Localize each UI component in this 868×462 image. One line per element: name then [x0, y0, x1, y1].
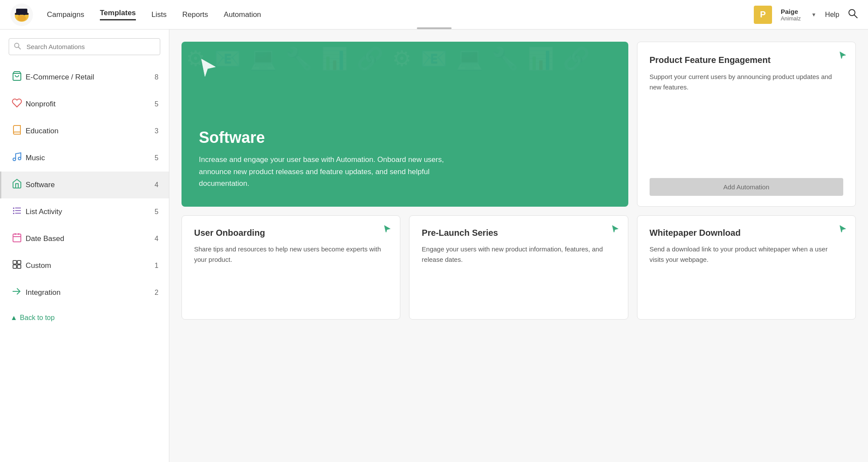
- back-to-top-label: Back to top: [20, 314, 55, 322]
- main-content: ⚙ 📧 💻 🔧 📊 🔗 ⚙ 📧 💻 🔧 📊 🔗: [169, 30, 868, 462]
- sidebar-item-list-activity[interactable]: List Activity 5: [0, 198, 169, 225]
- card-cursor-icon-prelaunch: [611, 224, 619, 234]
- ecommerce-icon: [12, 71, 26, 84]
- hero-cursor-icon: [199, 57, 218, 80]
- tab-indicator: [417, 27, 452, 29]
- cards-grid: ⚙ 📧 💻 🔧 📊 🔗 ⚙ 📧 💻 🔧 📊 🔗: [182, 42, 856, 320]
- card-desc-whitepaper: Send a download link to your product whi…: [650, 244, 843, 265]
- sidebar-label-integration: Integration: [26, 288, 155, 297]
- help-link[interactable]: Help: [825, 11, 839, 19]
- music-icon: [12, 152, 26, 165]
- card-cursor-icon-whitepaper: [839, 224, 847, 234]
- logo[interactable]: [10, 3, 33, 26]
- sidebar-count-ecommerce: 8: [155, 73, 158, 81]
- card-product-feature: Product Feature Engagement Support your …: [637, 42, 856, 207]
- nav-campaigns[interactable]: Campaigns: [47, 10, 84, 19]
- card-user-onboarding: User Onboarding Share tips and resources…: [182, 215, 400, 320]
- card-title-onboarding: User Onboarding: [194, 228, 388, 238]
- sidebar-item-music[interactable]: Music 5: [0, 145, 169, 172]
- sidebar-label-education: Education: [26, 127, 155, 135]
- svg-point-15: [18, 157, 21, 160]
- nav-reports[interactable]: Reports: [182, 10, 208, 19]
- software-icon: [12, 178, 26, 191]
- sidebar-label-software: Software: [26, 181, 155, 189]
- sidebar-count-music: 5: [155, 154, 158, 162]
- sidebar-item-date-based[interactable]: Date Based 4: [0, 225, 169, 252]
- page-body: E-Commerce / Retail 8 Nonprofit 5 Educat…: [0, 30, 868, 462]
- search-input[interactable]: [9, 38, 160, 55]
- card-whitepaper: Whitepaper Download Send a download link…: [637, 215, 856, 320]
- sidebar-label-list-activity: List Activity: [26, 208, 155, 216]
- user-info[interactable]: Paige Animalz: [781, 8, 801, 22]
- card-pre-launch: Pre-Launch Series Engage your users with…: [409, 215, 628, 320]
- user-dropdown-arrow[interactable]: ▼: [811, 12, 816, 18]
- hero-card: ⚙ 📧 💻 🔧 📊 🔗 ⚙ 📧 💻 🔧 📊 🔗: [182, 42, 628, 207]
- svg-rect-19: [13, 208, 14, 209]
- sidebar-count-custom: 1: [155, 262, 158, 270]
- search-icon[interactable]: [848, 9, 858, 21]
- education-icon: [12, 125, 26, 138]
- card-cursor-icon-onboarding: [383, 224, 391, 234]
- sidebar-item-education[interactable]: Education 3: [0, 118, 169, 145]
- card-desc-onboarding: Share tips and resources to help new use…: [194, 244, 388, 265]
- sidebar-count-nonprofit: 5: [155, 100, 158, 108]
- sidebar-item-nonprofit[interactable]: Nonprofit 5: [0, 91, 169, 118]
- sidebar-item-integration[interactable]: Integration 2: [0, 279, 169, 306]
- nav-templates[interactable]: Templates: [100, 9, 136, 20]
- sidebar-count-date-based: 4: [155, 235, 158, 243]
- sidebar-count-software: 4: [155, 181, 158, 189]
- sidebar-item-ecommerce[interactable]: E-Commerce / Retail 8: [0, 64, 169, 91]
- main-nav: Campaigns Templates Lists Reports Automa…: [47, 9, 754, 20]
- svg-rect-21: [13, 213, 14, 214]
- card-title-prelaunch: Pre-Launch Series: [422, 228, 615, 238]
- header: Campaigns Templates Lists Reports Automa…: [0, 0, 868, 30]
- sidebar-label-custom: Custom: [26, 261, 155, 270]
- card-desc-prelaunch: Engage your users with new product infor…: [422, 244, 615, 265]
- svg-rect-22: [13, 234, 21, 242]
- hero-description: Increase and engage your user base with …: [199, 154, 451, 189]
- header-right: P Paige Animalz ▼ Help: [754, 6, 858, 24]
- svg-rect-27: [17, 261, 21, 264]
- sidebar-item-custom[interactable]: Custom 1: [0, 252, 169, 279]
- list-activity-icon: [12, 205, 26, 218]
- sidebar-count-education: 3: [155, 127, 158, 135]
- card-cursor-icon-product: [839, 51, 847, 61]
- sidebar-label-date-based: Date Based: [26, 234, 155, 243]
- integration-icon: [12, 286, 26, 299]
- svg-rect-26: [13, 261, 17, 264]
- sidebar-label-nonprofit: Nonprofit: [26, 100, 155, 109]
- card-desc-product: Support your current users by announcing…: [650, 72, 843, 168]
- hero-title: Software: [199, 129, 611, 147]
- user-avatar[interactable]: P: [754, 6, 772, 24]
- search-icon: [14, 43, 21, 51]
- sidebar-item-software[interactable]: Software 4: [0, 172, 169, 198]
- svg-point-14: [13, 158, 16, 161]
- sidebar-label-ecommerce: E-Commerce / Retail: [26, 73, 155, 82]
- svg-rect-20: [13, 210, 14, 211]
- svg-rect-8: [15, 13, 29, 15]
- back-to-top-arrow: ▲: [10, 314, 17, 322]
- user-org: Animalz: [781, 15, 801, 22]
- svg-line-10: [855, 15, 858, 18]
- card-title-product: Product Feature Engagement: [650, 54, 843, 66]
- svg-line-12: [19, 47, 21, 49]
- svg-rect-28: [13, 265, 17, 268]
- card-title-whitepaper: Whitepaper Download: [650, 228, 843, 238]
- svg-point-2: [17, 15, 26, 21]
- back-to-top[interactable]: ▲ Back to top: [0, 306, 169, 330]
- nonprofit-icon: [12, 98, 26, 111]
- custom-icon: [12, 259, 26, 272]
- sidebar-label-music: Music: [26, 154, 155, 162]
- svg-rect-29: [17, 265, 21, 268]
- search-box[interactable]: [9, 38, 160, 55]
- nav-lists[interactable]: Lists: [152, 10, 167, 19]
- date-based-icon: [12, 232, 26, 245]
- sidebar-count-list-activity: 5: [155, 208, 158, 216]
- user-name: Paige: [781, 8, 801, 15]
- add-automation-button[interactable]: Add Automation: [650, 178, 843, 196]
- sidebar: E-Commerce / Retail 8 Nonprofit 5 Educat…: [0, 30, 169, 462]
- nav-automation[interactable]: Automation: [224, 10, 261, 19]
- sidebar-count-integration: 2: [155, 289, 158, 297]
